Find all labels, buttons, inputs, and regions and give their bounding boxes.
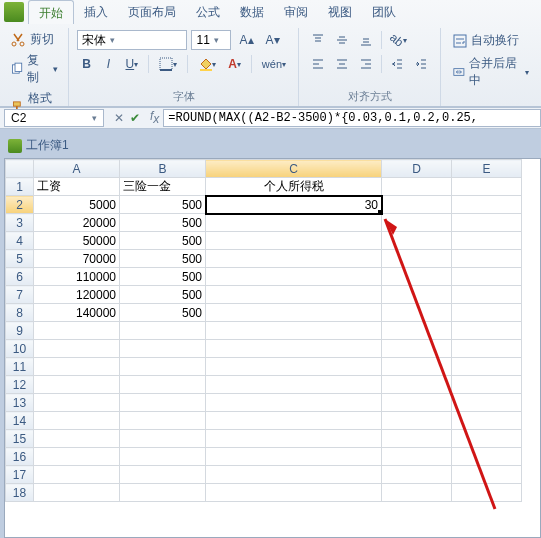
wrap-text-button[interactable]: 自动换行 (449, 30, 533, 51)
table-row[interactable]: 9 (6, 322, 522, 340)
row-header[interactable]: 6 (6, 268, 34, 286)
cell[interactable] (206, 304, 382, 322)
cell[interactable] (34, 412, 120, 430)
indent-button[interactable] (410, 54, 432, 74)
cell[interactable] (452, 232, 522, 250)
workbook-title[interactable]: 工作簿1 (4, 135, 541, 156)
phonetic-button[interactable]: wén▾ (258, 54, 290, 74)
cell[interactable] (34, 466, 120, 484)
table-row[interactable]: 2 5000 500 30 (6, 196, 522, 214)
cell[interactable] (452, 322, 522, 340)
row-header[interactable]: 11 (6, 358, 34, 376)
cell[interactable] (34, 358, 120, 376)
col-header-c[interactable]: C (206, 160, 382, 178)
cell[interactable] (382, 196, 452, 214)
tab-data[interactable]: 数据 (230, 0, 274, 24)
font-size-combo[interactable]: 11▾ (191, 30, 231, 50)
cell[interactable] (206, 448, 382, 466)
outdent-button[interactable] (386, 54, 408, 74)
cell[interactable] (382, 412, 452, 430)
cell[interactable] (206, 412, 382, 430)
cell[interactable]: 工资 (34, 178, 120, 196)
cell[interactable] (206, 214, 382, 232)
tab-insert[interactable]: 插入 (74, 0, 118, 24)
cell[interactable] (206, 286, 382, 304)
row-header[interactable]: 18 (6, 484, 34, 502)
cell[interactable] (382, 358, 452, 376)
cell[interactable] (34, 448, 120, 466)
shrink-font-button[interactable]: A▾ (262, 30, 284, 50)
tab-view[interactable]: 视图 (318, 0, 362, 24)
cell[interactable] (120, 430, 206, 448)
cell[interactable] (452, 250, 522, 268)
cell[interactable] (452, 484, 522, 502)
col-header-e[interactable]: E (452, 160, 522, 178)
cell[interactable] (120, 466, 206, 484)
table-row[interactable]: 320000500 (6, 214, 522, 232)
cell[interactable] (382, 286, 452, 304)
cell[interactable] (452, 196, 522, 214)
cell[interactable] (120, 376, 206, 394)
cell[interactable]: 70000 (34, 250, 120, 268)
cell[interactable] (382, 250, 452, 268)
row-header[interactable]: 2 (6, 196, 34, 214)
cell[interactable] (120, 448, 206, 466)
cell[interactable] (206, 250, 382, 268)
cell[interactable]: 个人所得税 (206, 178, 382, 196)
cell[interactable]: 20000 (34, 214, 120, 232)
cell[interactable]: 500 (120, 250, 206, 268)
accept-formula-button[interactable]: ✔ (130, 111, 140, 125)
align-middle-button[interactable] (331, 30, 353, 50)
col-header-b[interactable]: B (120, 160, 206, 178)
row-header[interactable]: 15 (6, 430, 34, 448)
cell[interactable] (452, 358, 522, 376)
spreadsheet-grid[interactable]: A B C D E 1 工资 三险一金 个人所得税 2 5000 500 30 … (4, 158, 541, 538)
name-box[interactable]: C2▾ (4, 109, 104, 127)
copy-button[interactable]: 复制▾ (8, 51, 60, 87)
table-row[interactable]: 12 (6, 376, 522, 394)
cell[interactable] (382, 484, 452, 502)
underline-button[interactable]: U▾ (121, 54, 142, 74)
row-header[interactable]: 3 (6, 214, 34, 232)
cell[interactable] (382, 430, 452, 448)
align-center-button[interactable] (331, 54, 353, 74)
select-all-corner[interactable] (6, 160, 34, 178)
formula-input[interactable]: =ROUND(MAX((A2-B2-3500)*{0.03,0.1,0.2,0.… (163, 109, 541, 127)
col-header-d[interactable]: D (382, 160, 452, 178)
font-color-button[interactable]: A▾ (224, 54, 245, 74)
table-row[interactable]: 570000500 (6, 250, 522, 268)
cell[interactable] (382, 268, 452, 286)
cell[interactable] (382, 466, 452, 484)
cell[interactable] (206, 340, 382, 358)
tab-team[interactable]: 团队 (362, 0, 406, 24)
row-header[interactable]: 14 (6, 412, 34, 430)
cell[interactable] (206, 232, 382, 250)
cell[interactable] (452, 178, 522, 196)
align-top-button[interactable] (307, 30, 329, 50)
row-header[interactable]: 16 (6, 448, 34, 466)
table-row[interactable]: 17 (6, 466, 522, 484)
cell[interactable] (206, 466, 382, 484)
grow-font-button[interactable]: A▴ (235, 30, 257, 50)
cell[interactable]: 50000 (34, 232, 120, 250)
cell[interactable] (34, 430, 120, 448)
cell[interactable] (206, 358, 382, 376)
cell[interactable]: 500 (120, 196, 206, 214)
table-row[interactable]: 13 (6, 394, 522, 412)
cell[interactable]: 5000 (34, 196, 120, 214)
row-header[interactable]: 9 (6, 322, 34, 340)
cell[interactable] (206, 322, 382, 340)
orientation-button[interactable]: ab▾ (386, 30, 411, 50)
bold-button[interactable]: B (77, 54, 95, 74)
table-row[interactable]: 1 工资 三险一金 个人所得税 (6, 178, 522, 196)
table-row[interactable]: 6110000500 (6, 268, 522, 286)
app-icon[interactable] (4, 2, 24, 22)
row-header[interactable]: 12 (6, 376, 34, 394)
row-header[interactable]: 8 (6, 304, 34, 322)
table-row[interactable]: 16 (6, 448, 522, 466)
cell[interactable] (382, 232, 452, 250)
table-row[interactable]: 18 (6, 484, 522, 502)
align-left-button[interactable] (307, 54, 329, 74)
cell[interactable] (452, 412, 522, 430)
borders-button[interactable]: ▾ (155, 54, 181, 74)
